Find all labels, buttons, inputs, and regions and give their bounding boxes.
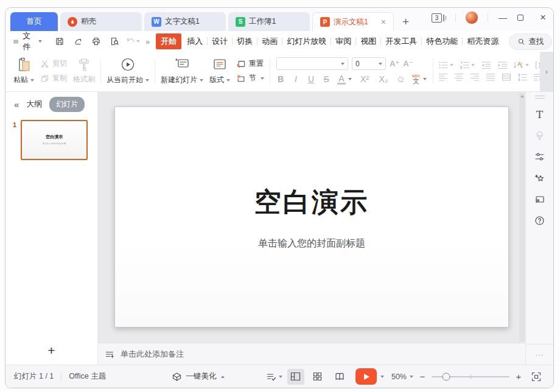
fit-to-window-button[interactable] — [528, 369, 545, 385]
clear-format-icon[interactable] — [396, 75, 405, 83]
window-stack-badge[interactable]: 3 — [432, 13, 446, 23]
bullet-list-icon — [438, 61, 449, 69]
tab-sheets-doc[interactable]: S 工作簿1 — [228, 12, 310, 31]
sidebar-more-button[interactable]: ··· — [526, 344, 553, 365]
design-tips-button[interactable] — [526, 125, 553, 146]
slide-editor[interactable]: 空白演示 单击输入您的封面副标题 — [114, 107, 509, 327]
play-slideshow-button[interactable] — [355, 368, 377, 385]
present-window-button[interactable] — [526, 189, 553, 210]
decrease-indent-icon[interactable] — [481, 61, 491, 69]
file-menu[interactable]: 文件 — [13, 30, 42, 52]
distribute-text-icon[interactable] — [502, 73, 511, 82]
font-color-button[interactable]: A — [337, 74, 346, 85]
slide-canvas[interactable]: 空白演示 单击输入您的封面副标题 — [98, 92, 525, 343]
cut-button[interactable]: 剪切 — [40, 58, 67, 69]
tab-presentation-doc[interactable]: P 演示文稿1 × — [312, 12, 394, 31]
increase-indent-icon[interactable] — [497, 61, 508, 69]
tab-writer-doc[interactable]: W 文字文稿1 — [144, 12, 226, 31]
text-direction-button[interactable]: A — [514, 60, 529, 69]
one-click-beautify-button[interactable]: 一键美化 — [172, 371, 225, 382]
paste-button[interactable]: 粘贴 — [13, 57, 34, 85]
text-properties-button[interactable]: T — [526, 103, 553, 125]
ribbon-tab-design[interactable]: 设计 — [208, 34, 232, 49]
italic-button[interactable]: I — [292, 74, 300, 84]
ribbon-tab-developer[interactable]: 开发工具 — [381, 34, 421, 49]
ribbon-tab-home[interactable]: 开始 — [156, 33, 181, 49]
user-avatar[interactable] — [465, 11, 478, 24]
justify-icon[interactable] — [486, 73, 495, 82]
export-button[interactable] — [70, 34, 86, 49]
close-button[interactable]: × — [537, 12, 548, 24]
ribbon-tab-animation[interactable]: 动画 — [257, 34, 282, 49]
copy-button[interactable]: 复制 — [40, 73, 67, 83]
align-right-icon[interactable] — [470, 73, 480, 82]
bold-button[interactable]: B — [276, 74, 285, 84]
adjust-settings-button[interactable] — [526, 146, 553, 167]
zoom-out-button[interactable]: − — [418, 371, 427, 382]
tab-home[interactable]: 首页 — [10, 12, 58, 31]
undo-button[interactable] — [125, 34, 141, 49]
strikethrough-button[interactable]: S — [322, 74, 331, 84]
theme-name[interactable]: Office 主题 — [69, 371, 106, 382]
new-tab-button[interactable]: + — [396, 15, 415, 31]
decrease-font-button[interactable]: A⁻ — [403, 59, 413, 68]
phonetic-guide-button[interactable]: wén 文 — [412, 74, 420, 85]
numbered-list-button[interactable] — [460, 61, 475, 69]
quick-access-more-button[interactable]: » — [143, 37, 152, 46]
superscript-button[interactable]: X² — [359, 74, 371, 84]
notes-toggle-button[interactable] — [267, 373, 282, 381]
smart-beautify-button[interactable] — [526, 167, 553, 189]
tab-docer[interactable]: 稻壳 — [60, 12, 142, 31]
zoom-slider[interactable] — [432, 376, 509, 377]
print-button[interactable] — [88, 34, 104, 49]
format-painter-button[interactable]: 格式刷 — [73, 57, 95, 85]
normal-view-button[interactable] — [287, 369, 304, 385]
save-button[interactable] — [52, 34, 68, 49]
ribbon-tab-features[interactable]: 特色功能 — [422, 34, 462, 49]
vertical-scrollbar[interactable] — [519, 93, 525, 341]
reading-view-button[interactable] — [331, 369, 348, 385]
section-button[interactable]: 节 — [236, 73, 264, 83]
notes-bar[interactable]: 单击此处添加备注 — [98, 343, 525, 365]
font-name-select[interactable] — [276, 57, 348, 70]
zoom-slider-knob[interactable] — [443, 373, 450, 380]
slide-title[interactable]: 空白演示 — [254, 184, 369, 220]
slides-tab[interactable]: 幻灯片 — [49, 97, 85, 112]
ribbon-tab-review[interactable]: 审阅 — [331, 34, 355, 49]
slide-thumbnail[interactable]: 空白演示 单击输入您的封面副标题 — [21, 120, 88, 160]
add-slide-button[interactable]: + — [5, 337, 97, 365]
new-slide-button[interactable]: 新建幻灯片 — [161, 57, 203, 85]
increase-font-button[interactable]: A⁺ — [390, 59, 399, 68]
align-center-icon[interactable] — [454, 73, 464, 82]
chevron-down-icon — [261, 77, 264, 80]
print-preview-button[interactable] — [107, 34, 122, 49]
underline-button[interactable]: U — [307, 74, 315, 84]
drag-handle-icon[interactable] — [535, 96, 545, 99]
cloud-sync-icon[interactable] — [552, 37, 554, 46]
help-button[interactable] — [526, 210, 553, 231]
collapse-panel-button[interactable]: « — [14, 99, 19, 110]
line-spacing-icon[interactable] — [517, 73, 527, 82]
zoom-level-button[interactable]: 50% — [391, 373, 413, 381]
play-from-current-button[interactable]: 从当前开始 — [107, 57, 149, 85]
search-box[interactable]: 查找 — [509, 33, 552, 50]
zoom-in-button[interactable]: + — [514, 371, 523, 382]
reset-button[interactable]: 重置 — [236, 58, 264, 69]
ribbon-tab-view[interactable]: 视图 — [356, 34, 380, 49]
slide-subtitle-placeholder[interactable]: 单击输入您的封面副标题 — [258, 237, 365, 250]
align-left-icon[interactable] — [438, 73, 448, 82]
tab-close-icon[interactable]: × — [381, 17, 386, 27]
outline-tab[interactable]: 大纲 — [26, 99, 42, 110]
layout-button[interactable]: 版式 — [209, 57, 230, 85]
ribbon-tab-docer-resources[interactable]: 稻壳资源 — [463, 34, 503, 49]
maximize-button[interactable] — [517, 15, 528, 21]
bullet-list-button[interactable] — [438, 61, 453, 69]
subscript-button[interactable]: X₂ — [377, 74, 390, 84]
minimize-button[interactable]: — — [497, 13, 508, 23]
slide-sorter-button[interactable] — [309, 369, 326, 385]
font-size-select[interactable]: 0 — [352, 57, 386, 70]
ribbon-tab-insert[interactable]: 插入 — [183, 34, 207, 49]
ribbon-tab-transition[interactable]: 切换 — [233, 34, 257, 49]
ribbon-expand-strip[interactable]: › — [540, 52, 553, 91]
ribbon-tab-slideshow[interactable]: 幻灯片放映 — [282, 34, 331, 49]
